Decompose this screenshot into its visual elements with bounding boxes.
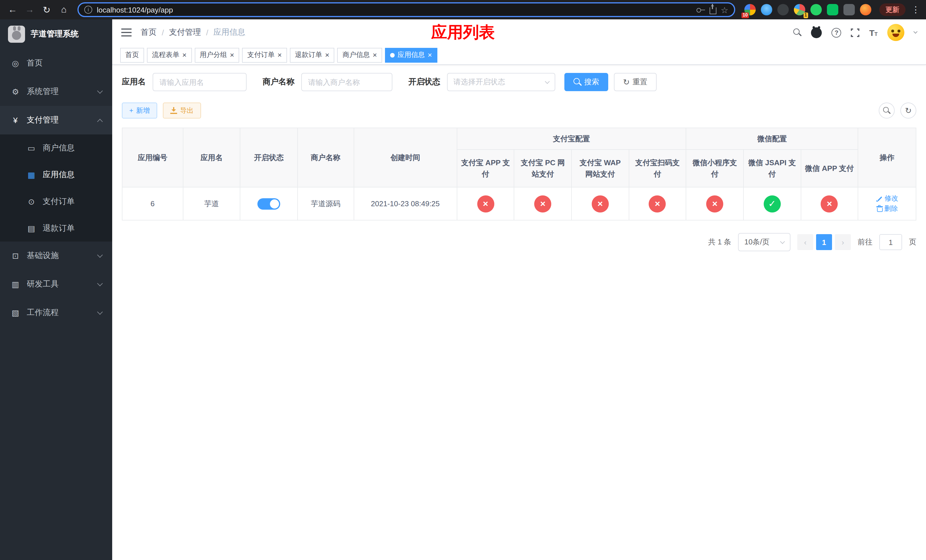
extension-avatar-icon[interactable]	[860, 4, 872, 15]
tab-5[interactable]: 商户信息×	[337, 48, 382, 62]
info-icon[interactable]: i	[84, 6, 92, 14]
breadcrumb-separator: /	[162, 28, 164, 37]
bookmark-star-icon[interactable]: ☆	[721, 5, 728, 14]
page-size-select[interactable]: 10条/页	[738, 233, 790, 251]
search-button[interactable]: 搜索	[564, 73, 608, 91]
sidebar-item-label: 工作流程	[27, 308, 59, 318]
download-icon	[170, 107, 177, 114]
merchant-name-input[interactable]	[301, 73, 392, 91]
sidebar-item-devtools[interactable]: ▥ 研发工具	[0, 270, 112, 298]
sidebar-item-workflow[interactable]: ▧ 工作流程	[0, 298, 112, 327]
share-icon[interactable]	[709, 8, 716, 14]
collapse-sidebar-icon[interactable]	[121, 29, 132, 36]
app-name-input[interactable]	[153, 73, 247, 91]
tab-close-icon[interactable]: ×	[182, 51, 186, 59]
app-name-label: 应用名	[122, 77, 146, 87]
breadcrumb-payment[interactable]: 支付管理	[169, 27, 201, 38]
extension-puzzle-icon[interactable]	[843, 4, 855, 15]
sidebar-item-merchant-info[interactable]: ▭ 商户信息	[0, 135, 112, 161]
extension-ring-icon[interactable]: 1	[794, 4, 805, 15]
extension-badge: 10	[741, 12, 749, 18]
sidebar-item-infrastructure[interactable]: ⊡ 基础设施	[0, 242, 112, 270]
delete-link[interactable]: 删除	[876, 204, 898, 213]
address-bar[interactable]: i localhost:1024/pay/app ☆	[77, 2, 735, 17]
github-icon[interactable]	[811, 27, 822, 38]
chevron-down-icon	[780, 239, 785, 244]
page-body: 应用名 商户名称 开启状态 请选择开启状态 搜索 ↻ 重置	[112, 65, 926, 560]
sidebar-item-payment[interactable]: ¥ 支付管理	[0, 106, 112, 135]
status-toggle[interactable]	[257, 198, 280, 209]
fullscreen-icon[interactable]	[851, 28, 859, 37]
chevron-down-icon	[97, 281, 103, 286]
key-icon[interactable]	[696, 7, 705, 12]
extension-drop-icon[interactable]	[761, 4, 772, 15]
column-header: 商户名称	[298, 128, 354, 187]
page-header: 首页 / 支付管理 / 应用信息 应用列表 ? TT	[112, 20, 926, 45]
channel-status-icon: ×	[592, 195, 609, 212]
extension-chat-icon[interactable]	[827, 4, 838, 15]
next-page-button[interactable]: ›	[835, 234, 851, 250]
search-icon	[883, 107, 890, 114]
tab-4[interactable]: 退款订单×	[290, 48, 334, 62]
cell-app-name: 芋道	[183, 187, 240, 220]
tab-close-icon[interactable]: ×	[325, 51, 330, 59]
channel-status-icon: ×	[534, 195, 551, 212]
column-header: 微信小程序支付	[686, 150, 743, 187]
sidebar-item-pay-order[interactable]: ⊙ 支付订单	[0, 188, 112, 215]
tab-2[interactable]: 用户分组×	[195, 48, 239, 62]
url-text: localhost:1024/pay/app	[97, 5, 691, 14]
user-avatar[interactable]	[887, 24, 904, 41]
channel-status-icon: ×	[821, 195, 838, 212]
column-header: 支付宝 PC 网站支付	[514, 150, 572, 187]
sidebar-item-refund-order[interactable]: ▤ 退款订单	[0, 215, 112, 242]
caret-down-icon[interactable]	[914, 30, 917, 33]
home-icon[interactable]: ⌂	[56, 2, 72, 18]
app-logo[interactable]: 芋道管理系统	[0, 20, 112, 49]
app-title: 芋道管理系统	[31, 29, 79, 39]
back-icon[interactable]: ←	[5, 2, 21, 18]
help-icon[interactable]: ?	[832, 28, 841, 37]
extension-pie-icon[interactable]: 10	[744, 4, 756, 15]
font-size-icon[interactable]: TT	[869, 28, 878, 37]
reload-icon[interactable]: ↻	[39, 2, 54, 18]
tab-close-icon[interactable]: ×	[277, 51, 281, 59]
trash-icon	[876, 205, 882, 212]
extension-green-icon[interactable]	[810, 4, 822, 15]
sidebar-item-home[interactable]: ◎ 首页	[0, 49, 112, 77]
update-button[interactable]: 更新	[879, 3, 905, 16]
column-header: 微信 APP 支付	[801, 150, 858, 187]
pagination: 共 1 条 10条/页 ‹ 1 › 前往 页	[122, 233, 916, 251]
toggle-search-button[interactable]	[879, 103, 895, 118]
tabs-bar: 首页流程表单×用户分组×支付订单×退款订单×商户信息×应用信息×	[112, 45, 926, 65]
tab-0[interactable]: 首页	[120, 48, 144, 62]
page-number-button[interactable]: 1	[816, 234, 832, 250]
tab-3[interactable]: 支付订单×	[242, 48, 287, 62]
forward-icon[interactable]: →	[22, 2, 38, 18]
goto-page-input[interactable]	[879, 234, 902, 250]
tab-close-icon[interactable]: ×	[428, 51, 432, 59]
tab-6[interactable]: 应用信息×	[385, 48, 437, 62]
group-header-alipay: 支付宝配置	[457, 128, 686, 150]
export-button[interactable]: 导出	[163, 103, 201, 118]
refresh-button[interactable]: ↻	[900, 103, 916, 118]
add-button[interactable]: + 新增	[122, 103, 157, 118]
browser-menu-icon[interactable]: ⋮	[910, 5, 921, 15]
search-icon[interactable]	[794, 29, 802, 36]
infrastructure-icon: ⊡	[10, 251, 21, 260]
sidebar-item-app-info[interactable]: ▦ 应用信息	[0, 161, 112, 188]
edit-link[interactable]: 修改	[876, 194, 898, 203]
sidebar-menu: ◎ 首页 ⚙ 系统管理 ¥ 支付管理 ▭ 商户信息	[0, 49, 112, 327]
breadcrumb-home[interactable]: 首页	[141, 27, 157, 38]
tab-close-icon[interactable]: ×	[373, 51, 377, 59]
tab-1[interactable]: 流程表单×	[147, 48, 192, 62]
prev-page-button[interactable]: ‹	[797, 234, 813, 250]
tab-close-icon[interactable]: ×	[230, 51, 234, 59]
plus-icon: +	[129, 106, 133, 115]
extension-dark-icon[interactable]	[777, 4, 789, 15]
table-toolbar: + 新增 导出 ↻	[122, 103, 916, 118]
column-header: 微信 JSAPI 支付	[743, 150, 801, 187]
sidebar-item-system[interactable]: ⚙ 系统管理	[0, 77, 112, 106]
reset-button[interactable]: ↻ 重置	[614, 73, 656, 91]
status-select[interactable]: 请选择开启状态	[447, 73, 555, 91]
search-form: 应用名 商户名称 开启状态 请选择开启状态 搜索 ↻ 重置	[122, 73, 916, 91]
